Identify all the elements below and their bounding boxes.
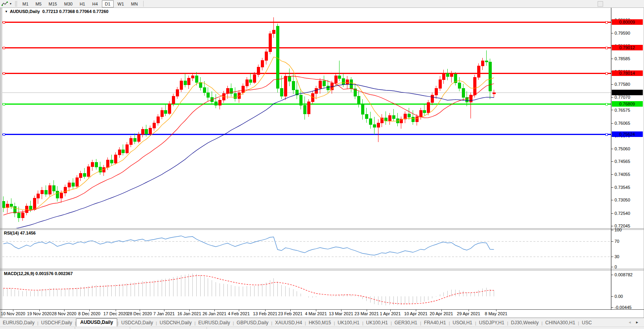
svg-text:0: 0 <box>614 264 617 269</box>
chart-ohlc: 0.77213 0.77368 0.77064 0.77260 <box>42 9 108 14</box>
svg-text:7 Jan 2021: 7 Jan 2021 <box>153 311 175 316</box>
svg-text:-0.00445: -0.00445 <box>614 305 631 310</box>
svg-text:0.80009: 0.80009 <box>619 20 635 24</box>
main-price-panel[interactable] <box>2 17 611 232</box>
timeframe-toolbar: ▼ M1M5M15M30H1H4D1W1MN <box>0 0 644 8</box>
svg-text:29 Apr 2021: 29 Apr 2021 <box>457 311 480 316</box>
svg-text:23 Mar 2021: 23 Mar 2021 <box>354 311 379 316</box>
date-axis[interactable]: 10 Nov 202019 Nov 202028 Nov 20208 Dec 2… <box>1 310 507 316</box>
rsi-indicator-label: RSI(14) 47.1456 <box>4 231 36 235</box>
svg-text:23 Feb 2021: 23 Feb 2021 <box>278 311 303 316</box>
svg-text:70: 70 <box>614 239 619 244</box>
chart-tab-usoil-h1[interactable]: USOil,H1 <box>450 319 475 327</box>
moving-average-medium <box>4 76 494 215</box>
svg-text:0.79590: 0.79590 <box>614 31 630 35</box>
timeframe-button-H4[interactable]: H4 <box>89 0 101 7</box>
svg-text:10 Nov 2020: 10 Nov 2020 <box>1 311 25 316</box>
svg-text:0.79012: 0.79012 <box>619 45 635 50</box>
tab-scroll-left-icon[interactable]: ◄ <box>626 320 633 324</box>
timeframe-button-MN[interactable]: MN <box>128 0 141 7</box>
rsi-panel[interactable] <box>2 236 611 257</box>
hline-anchor <box>3 21 5 23</box>
hline-anchor <box>606 47 608 49</box>
chart-tab-china300-h1[interactable]: CHINA300,H1 <box>543 319 578 327</box>
chart-tab-gbpusd-daily[interactable]: GBPUSD,Daily <box>234 319 271 327</box>
timeframe-button-M5[interactable]: M5 <box>32 0 44 7</box>
svg-text:0.00: 0.00 <box>614 294 623 299</box>
svg-text:20 Apr 2021: 20 Apr 2021 <box>430 311 453 316</box>
svg-text:0.73050: 0.73050 <box>614 198 630 202</box>
macd-indicator-label: MACD(12,26,9) 0.001576 0.002367 <box>4 271 73 276</box>
hline-anchor <box>606 133 608 135</box>
toolbar-overflow-button[interactable] <box>598 1 603 7</box>
chevron-down-icon[interactable]: ▼ <box>5 10 8 13</box>
timeframe-button-D1[interactable]: D1 <box>102 0 114 7</box>
timeframe-button-M1[interactable]: M1 <box>19 0 31 7</box>
chevron-down-icon[interactable]: ▼ <box>9 2 13 5</box>
chart-title: ▼AUDUSD,Daily 0.77213 0.77368 0.77064 0.… <box>5 9 109 14</box>
timeframe-button-W1[interactable]: W1 <box>114 0 127 7</box>
hline-anchor <box>606 72 608 74</box>
svg-text:0.76065: 0.76065 <box>614 121 630 126</box>
toolbar-grip-handle[interactable] <box>15 1 17 7</box>
chart-tab-audusd-daily[interactable]: AUDUSD,Daily <box>76 318 117 327</box>
chart-tab-uk100-h1[interactable]: UK100,H1 <box>335 319 362 327</box>
chart-tab-uk100-h1[interactable]: UK100,H1 <box>364 319 391 327</box>
chart-tab-ger30-h1[interactable]: GER30,H1 <box>392 319 420 327</box>
price-chart[interactable]: 0.801000.795900.790850.785850.780800.775… <box>0 0 644 329</box>
svg-text:0.78014: 0.78014 <box>619 71 635 76</box>
svg-text:0.77580: 0.77580 <box>614 82 630 87</box>
chart-symbol: AUDUSD,Daily <box>10 9 40 14</box>
svg-text:0.72540: 0.72540 <box>614 211 630 216</box>
svg-text:0.77260: 0.77260 <box>619 90 635 95</box>
svg-text:30: 30 <box>614 254 619 259</box>
chart-tab-dj30-weekly[interactable]: DJ30,Weekly <box>508 319 541 327</box>
chart-tab-usdcad-daily[interactable]: USDCAD,Daily <box>118 319 156 327</box>
hline-anchor <box>606 103 608 105</box>
svg-text:26 Jan 2021: 26 Jan 2021 <box>203 311 227 316</box>
svg-text:13 Mar 2021: 13 Mar 2021 <box>329 311 353 316</box>
svg-text:4 Mar 2021: 4 Mar 2021 <box>305 311 327 316</box>
chart-tab-usdcnh-daily[interactable]: USDCNH,Daily <box>157 319 194 327</box>
chart-tab-eurusd-daily[interactable]: EURUSD,Daily <box>0 319 37 327</box>
svg-text:28 Nov 2020: 28 Nov 2020 <box>52 311 76 316</box>
macd-panel[interactable] <box>4 274 494 305</box>
chart-tab-hk50-m15[interactable]: HK50,M15 <box>306 319 334 327</box>
svg-text:13 Feb 2021: 13 Feb 2021 <box>253 311 277 316</box>
chart-tab-usdchf-daily[interactable]: USDCHF,Daily <box>39 319 75 327</box>
svg-text:0.74055: 0.74055 <box>614 172 630 177</box>
price-axis[interactable]: 0.801000.795900.790850.785850.780800.775… <box>611 18 643 310</box>
svg-text:0.74565: 0.74565 <box>614 159 630 164</box>
svg-text:0.76809: 0.76809 <box>619 102 635 106</box>
chart-tab-fra40-h1[interactable]: FRA40,H1 <box>421 319 449 327</box>
svg-text:0.008782: 0.008782 <box>614 272 633 277</box>
svg-text:4 Feb 2021: 4 Feb 2021 <box>228 311 250 316</box>
svg-text:100: 100 <box>614 227 622 232</box>
chart-tab-bar: EURUSD,Daily|USDCHF,Daily|AUDUSD,Daily|U… <box>0 318 644 327</box>
svg-text:0.78585: 0.78585 <box>614 56 630 61</box>
timeframe-button-H1[interactable]: H1 <box>76 0 88 7</box>
timeframe-button-M15[interactable]: M15 <box>46 0 60 7</box>
svg-text:0.77070: 0.77070 <box>614 95 630 100</box>
chart-tab-xauusd-h4[interactable]: XAUUSD,H4 <box>272 319 305 327</box>
svg-text:8 May 2021: 8 May 2021 <box>485 311 507 316</box>
svg-text:16 Jan 2021: 16 Jan 2021 <box>177 311 201 316</box>
svg-text:0.73545: 0.73545 <box>614 185 630 190</box>
chart-tab-usdjpy-h1[interactable]: USDJPY,H1 <box>476 319 507 327</box>
hline-anchor <box>3 72 5 74</box>
svg-text:0.75624: 0.75624 <box>619 132 635 137</box>
svg-text:0.76575: 0.76575 <box>614 108 630 113</box>
toolbar-separator <box>143 1 144 7</box>
hline-anchor <box>3 103 5 105</box>
tab-scroll-right-icon[interactable]: ► <box>633 320 641 324</box>
rsi-line <box>4 236 494 255</box>
hline-anchor <box>606 21 608 23</box>
timeframe-button-M30[interactable]: M30 <box>61 0 76 7</box>
svg-text:1 Apr 2021: 1 Apr 2021 <box>380 311 400 316</box>
svg-text:19 Nov 2020: 19 Nov 2020 <box>27 311 52 316</box>
chart-tab-eurusd-daily[interactable]: EURUSD,Daily <box>196 319 233 327</box>
line-studies-icon[interactable] <box>1 1 9 7</box>
hline-anchor <box>3 133 5 135</box>
status-bar <box>0 327 644 329</box>
chart-tab-usc[interactable]: USC <box>579 319 594 327</box>
